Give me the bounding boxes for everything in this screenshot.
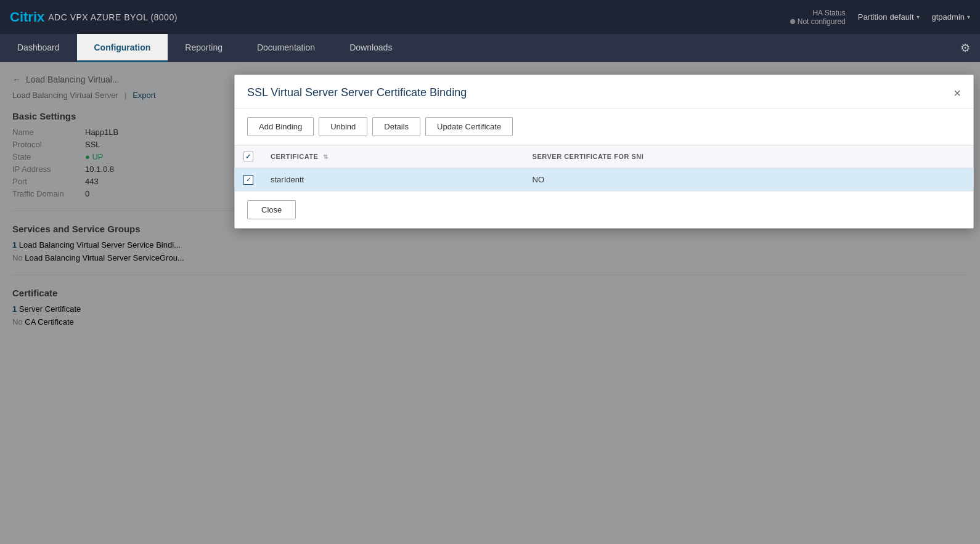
partition-value: default — [889, 12, 913, 22]
certificate-table: ✓ CERTIFICATE ⇅ SERVER CERTIFICATE FOR S… — [235, 145, 973, 192]
user-chevron-down-icon: ▾ — [967, 14, 970, 20]
tab-documentation-label: Documentation — [257, 43, 315, 52]
ssl-binding-modal: SSL Virtual Server Server Certificate Bi… — [234, 75, 974, 229]
partition-selector[interactable]: Partition default ▾ — [858, 12, 920, 22]
brand-area: Citrix ADC VPX AZURE BYOL (8000) — [10, 9, 790, 25]
header-right: HA Status Not configured Partition defau… — [790, 9, 970, 26]
settings-icon[interactable]: ⚙ — [960, 41, 970, 55]
tab-configuration-label: Configuration — [94, 43, 151, 52]
tab-configuration[interactable]: Configuration — [77, 34, 168, 62]
tab-reporting[interactable]: Reporting — [168, 34, 240, 62]
ha-status-block: HA Status Not configured — [790, 9, 846, 26]
table-body: ✓ starIdentt NO — [235, 168, 973, 192]
chevron-down-icon: ▾ — [917, 14, 920, 20]
header-checkbox[interactable]: ✓ — [243, 152, 253, 161]
update-certificate-button[interactable]: Update Certificate — [425, 117, 513, 136]
main-content: ← Load Balancing Virtual... Load Balanci… — [0, 62, 980, 544]
column-sni-label: SERVER CERTIFICATE FOR SNI — [533, 153, 644, 160]
table-row[interactable]: ✓ starIdentt NO — [235, 168, 973, 192]
column-sni: SERVER CERTIFICATE FOR SNI — [524, 145, 973, 168]
tab-downloads-label: Downloads — [349, 43, 392, 52]
nav-bar: Dashboard Configuration Reporting Docume… — [0, 34, 980, 62]
row-sni-value: NO — [524, 168, 973, 192]
modal-header: SSL Virtual Server Server Certificate Bi… — [235, 75, 973, 108]
brand-citrix: Citrix — [10, 9, 44, 25]
tab-reporting-label: Reporting — [185, 43, 223, 52]
citrix-logo-text: Citrix — [10, 9, 44, 25]
brand-product: ADC VPX AZURE BYOL (8000) — [48, 12, 178, 22]
row-check-icon: ✓ — [246, 176, 251, 183]
close-button[interactable]: Close — [247, 200, 296, 219]
sort-icon: ⇅ — [323, 153, 329, 160]
ha-status-text: Not configured — [798, 17, 846, 26]
user-menu[interactable]: gtpadmin ▾ — [932, 12, 970, 22]
tab-documentation[interactable]: Documentation — [240, 34, 332, 62]
modal-title: SSL Virtual Server Server Certificate Bi… — [247, 86, 467, 99]
row-checkbox[interactable]: ✓ — [243, 175, 253, 185]
modal-footer: Close — [235, 192, 973, 228]
tab-downloads[interactable]: Downloads — [332, 34, 409, 62]
ha-status-value: Not configured — [790, 17, 846, 26]
column-certificate-label: CERTIFICATE — [271, 153, 318, 160]
add-binding-button[interactable]: Add Binding — [247, 117, 314, 136]
unbind-button[interactable]: Unbind — [319, 117, 367, 136]
username-label: gtpadmin — [932, 12, 965, 22]
header-check-icon: ✓ — [245, 153, 251, 160]
row-certificate-value: starIdentt — [262, 168, 524, 192]
modal-toolbar: Add Binding Unbind Details Update Certif… — [235, 108, 973, 145]
tab-dashboard[interactable]: Dashboard — [0, 34, 77, 62]
app-header: Citrix ADC VPX AZURE BYOL (8000) HA Stat… — [0, 0, 980, 34]
header-checkbox-cell: ✓ — [235, 145, 262, 168]
ha-status-dot — [790, 19, 795, 24]
tab-dashboard-label: Dashboard — [17, 43, 60, 52]
nav-right-area: ⚙ — [960, 34, 980, 62]
details-button[interactable]: Details — [372, 117, 420, 136]
column-certificate[interactable]: CERTIFICATE ⇅ — [262, 145, 524, 168]
partition-label: Partition — [858, 12, 888, 22]
table-header: ✓ CERTIFICATE ⇅ SERVER CERTIFICATE FOR S… — [235, 145, 973, 168]
ha-status-label: HA Status — [790, 9, 846, 17]
row-checkbox-cell[interactable]: ✓ — [235, 168, 262, 192]
modal-close-button[interactable]: × — [953, 87, 961, 99]
